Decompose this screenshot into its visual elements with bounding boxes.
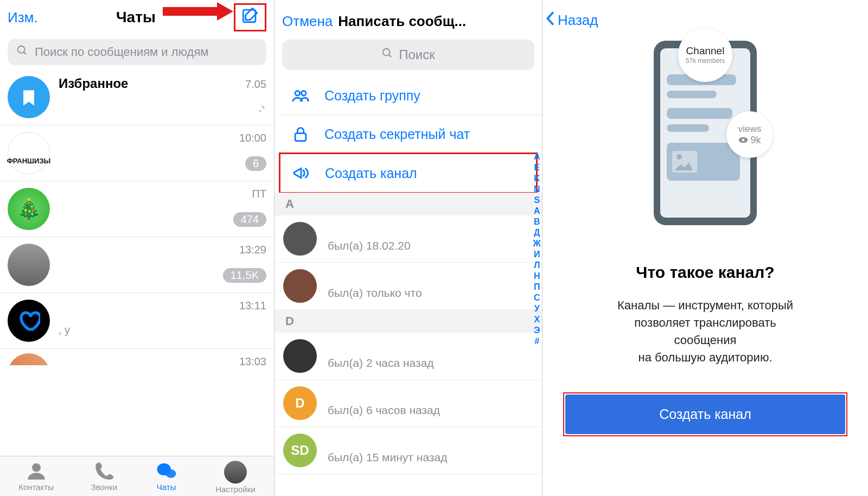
action-channel-highlight: Создать канал xyxy=(279,152,538,194)
search-icon xyxy=(381,47,393,62)
pin-icon xyxy=(254,103,266,117)
alpha-index[interactable]: АEKNSАВДЖИЛНПСУХЭ# xyxy=(533,152,541,346)
chat-time: 7.05 xyxy=(245,78,266,91)
lock-icon xyxy=(290,125,311,143)
index-letter[interactable]: Х xyxy=(534,315,540,325)
index-letter[interactable]: П xyxy=(534,282,540,292)
chat-name: Избранное xyxy=(59,76,128,91)
chats-search[interactable]: Поиск по сообщениям и людям xyxy=(8,39,266,65)
action-new-channel[interactable]: Создать канал xyxy=(280,154,536,192)
action-secret-chat-label: Создать секретный чат xyxy=(324,126,470,142)
action-new-group-label: Создать группу xyxy=(324,88,420,104)
index-letter[interactable]: У xyxy=(534,304,540,314)
chat-row[interactable]: 13:03 xyxy=(0,349,274,365)
contact-row[interactable]: был(а) 18.02.20 xyxy=(275,215,542,263)
action-new-channel-label: Создать канал xyxy=(325,166,417,181)
chat-row[interactable]: 13:11, у xyxy=(0,293,274,349)
chat-row[interactable]: Избранное7.05 xyxy=(0,69,274,125)
chat-row[interactable]: ФРАНШИЗЫ10:006 xyxy=(0,125,274,181)
contact-row[interactable]: был(а) 2 часа назад xyxy=(275,333,542,380)
settings-avatar-icon xyxy=(224,461,247,484)
svg-line-9 xyxy=(389,55,392,58)
group-icon xyxy=(290,86,311,105)
contact-avatar: SD xyxy=(283,434,317,467)
index-letter[interactable]: E xyxy=(534,163,540,173)
illus-views-count: 9k xyxy=(738,135,761,146)
index-letter[interactable]: Н xyxy=(534,271,540,281)
panel-chats: Изм. Чаты Поиск по сообщениям и людям Из… xyxy=(0,0,275,496)
tab-contacts[interactable]: Контакты xyxy=(18,461,54,494)
svg-line-4 xyxy=(24,52,27,55)
illus-channel-chip: Channel 57k members xyxy=(678,28,732,82)
tab-settings[interactable]: Настройки xyxy=(215,461,256,494)
contact-status: был(а) 6 часов назад xyxy=(328,404,440,417)
chat-avatar xyxy=(8,244,50,286)
megaphone-icon xyxy=(290,164,312,182)
index-letter[interactable]: Ж xyxy=(533,239,541,249)
chevron-left-icon xyxy=(545,11,556,30)
chat-avatar xyxy=(8,188,50,230)
contact-row[interactable]: был(а) только что xyxy=(275,263,542,310)
chat-avatar: ФРАНШИЗЫ xyxy=(8,132,50,174)
svg-point-14 xyxy=(742,139,745,142)
index-letter[interactable]: S xyxy=(534,195,540,205)
compose-title: Написать сообщ... xyxy=(338,13,534,30)
chat-time: 13:03 xyxy=(239,355,266,365)
index-letter[interactable]: # xyxy=(534,336,539,346)
svg-marker-1 xyxy=(217,2,233,21)
panel-compose: Отмена Написать сообщ... Поиск Создать г… xyxy=(275,0,542,496)
index-letter[interactable]: В xyxy=(534,217,540,227)
contact-row[interactable]: Dбыл(а) 6 часов назад xyxy=(275,380,542,427)
tab-calls[interactable]: Звонки xyxy=(91,461,117,494)
edit-button[interactable]: Изм. xyxy=(8,9,38,26)
contact-avatar xyxy=(283,339,317,373)
search-placeholder: Поиск по сообщениям и людям xyxy=(35,45,208,59)
index-letter[interactable]: С xyxy=(534,293,540,303)
contact-status: был(а) только что xyxy=(328,287,422,300)
unread-badge: 11,5K xyxy=(223,268,266,283)
compose-search[interactable]: Поиск xyxy=(282,40,534,70)
compose-header: Отмена Написать сообщ... xyxy=(275,0,542,40)
saved-messages-icon xyxy=(8,76,50,118)
index-letter[interactable]: И xyxy=(534,250,540,259)
chat-row[interactable]: 13:2911,5K xyxy=(0,237,274,293)
back-label: Назад xyxy=(558,12,598,29)
chats-header: Изм. Чаты xyxy=(0,0,274,39)
index-letter[interactable]: N xyxy=(534,185,540,194)
index-letter[interactable]: Э xyxy=(534,326,540,335)
action-secret-chat[interactable]: Создать секретный чат xyxy=(280,115,542,154)
svg-point-8 xyxy=(383,49,390,56)
chat-time: 10:00 xyxy=(239,132,266,144)
contact-avatar xyxy=(283,222,317,256)
svg-point-5 xyxy=(32,463,41,472)
compose-button-highlight xyxy=(234,3,266,31)
index-letter[interactable]: K xyxy=(534,174,540,183)
index-letter[interactable]: А xyxy=(534,206,540,216)
contact-avatar: D xyxy=(283,386,317,420)
tab-chats[interactable]: Чаты xyxy=(155,461,178,494)
chat-avatar xyxy=(8,300,50,342)
chat-time: 13:11 xyxy=(239,300,266,312)
annotation-arrow xyxy=(163,2,233,22)
svg-point-7 xyxy=(165,469,176,478)
channel-description: Каналы — инструмент, который позволяет т… xyxy=(562,297,848,366)
cancel-button[interactable]: Отмена xyxy=(282,13,333,30)
create-channel-button[interactable]: Создать канал xyxy=(565,395,845,434)
contacts-list: Aбыл(а) 18.02.20был(а) только чтоDбыл(а)… xyxy=(275,193,542,474)
channel-heading: Что такое канал? xyxy=(542,263,868,282)
panel-channel-intro: Назад Channel 57k members views 9k Что т… xyxy=(542,0,868,496)
compose-icon[interactable] xyxy=(241,6,259,27)
unread-badge: 474 xyxy=(233,212,266,227)
chat-preview: , у xyxy=(59,324,70,336)
tab-settings-label: Настройки xyxy=(215,485,256,494)
contact-row[interactable]: SDбыл(а) 15 минут назад xyxy=(275,427,542,474)
index-letter[interactable]: Д xyxy=(534,228,540,238)
index-letter[interactable]: Л xyxy=(534,260,540,270)
chat-row[interactable]: ПТ474 xyxy=(0,181,274,237)
chat-time: ПТ xyxy=(252,188,266,200)
channel-illustration: Channel 57k members views 9k xyxy=(542,41,868,225)
chat-time: 13:29 xyxy=(239,244,266,256)
action-new-group[interactable]: Создать группу xyxy=(280,77,542,115)
svg-rect-12 xyxy=(295,133,306,141)
index-letter[interactable]: А xyxy=(534,152,540,162)
